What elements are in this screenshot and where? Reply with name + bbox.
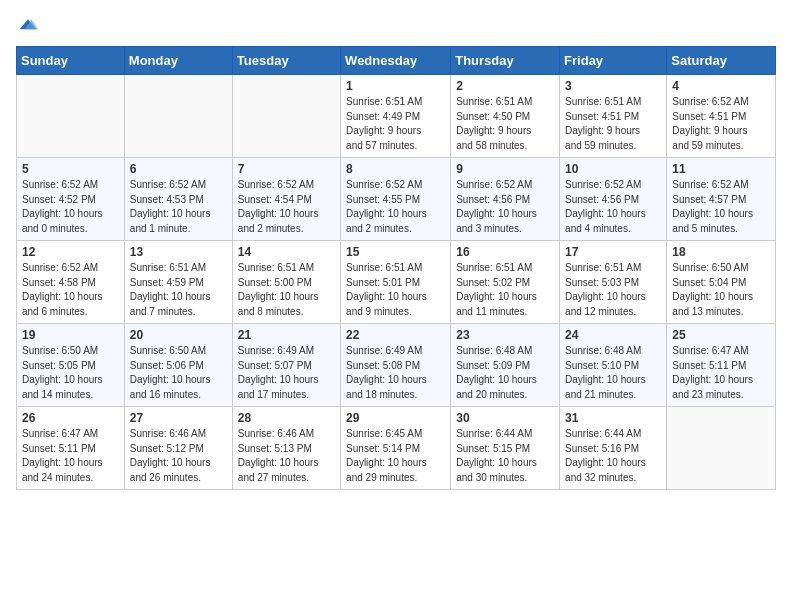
day-number: 26 <box>22 411 119 425</box>
day-info: Sunrise: 6:52 AM Sunset: 4:53 PM Dayligh… <box>130 178 227 236</box>
day-info: Sunrise: 6:51 AM Sunset: 4:59 PM Dayligh… <box>130 261 227 319</box>
calendar-cell: 28Sunrise: 6:46 AM Sunset: 5:13 PM Dayli… <box>232 407 340 490</box>
calendar-cell: 14Sunrise: 6:51 AM Sunset: 5:00 PM Dayli… <box>232 241 340 324</box>
day-info: Sunrise: 6:46 AM Sunset: 5:12 PM Dayligh… <box>130 427 227 485</box>
day-number: 25 <box>672 328 770 342</box>
day-number: 15 <box>346 245 445 259</box>
day-number: 18 <box>672 245 770 259</box>
day-info: Sunrise: 6:52 AM Sunset: 4:55 PM Dayligh… <box>346 178 445 236</box>
weekday-header-tuesday: Tuesday <box>232 47 340 75</box>
calendar-cell: 26Sunrise: 6:47 AM Sunset: 5:11 PM Dayli… <box>17 407 125 490</box>
day-number: 2 <box>456 79 554 93</box>
day-number: 24 <box>565 328 661 342</box>
day-info: Sunrise: 6:51 AM Sunset: 5:01 PM Dayligh… <box>346 261 445 319</box>
calendar-cell: 1Sunrise: 6:51 AM Sunset: 4:49 PM Daylig… <box>341 75 451 158</box>
day-number: 1 <box>346 79 445 93</box>
calendar-cell: 17Sunrise: 6:51 AM Sunset: 5:03 PM Dayli… <box>560 241 667 324</box>
day-info: Sunrise: 6:50 AM Sunset: 5:05 PM Dayligh… <box>22 344 119 402</box>
day-number: 22 <box>346 328 445 342</box>
calendar-cell: 23Sunrise: 6:48 AM Sunset: 5:09 PM Dayli… <box>451 324 560 407</box>
calendar-cell: 24Sunrise: 6:48 AM Sunset: 5:10 PM Dayli… <box>560 324 667 407</box>
day-number: 23 <box>456 328 554 342</box>
weekday-header-monday: Monday <box>124 47 232 75</box>
day-info: Sunrise: 6:49 AM Sunset: 5:07 PM Dayligh… <box>238 344 335 402</box>
calendar-cell: 20Sunrise: 6:50 AM Sunset: 5:06 PM Dayli… <box>124 324 232 407</box>
logo <box>16 16 38 36</box>
day-info: Sunrise: 6:52 AM Sunset: 4:58 PM Dayligh… <box>22 261 119 319</box>
day-info: Sunrise: 6:47 AM Sunset: 5:11 PM Dayligh… <box>22 427 119 485</box>
calendar-cell: 25Sunrise: 6:47 AM Sunset: 5:11 PM Dayli… <box>667 324 776 407</box>
calendar-table: SundayMondayTuesdayWednesdayThursdayFrid… <box>16 46 776 490</box>
day-number: 19 <box>22 328 119 342</box>
calendar-cell: 13Sunrise: 6:51 AM Sunset: 4:59 PM Dayli… <box>124 241 232 324</box>
day-number: 21 <box>238 328 335 342</box>
day-info: Sunrise: 6:52 AM Sunset: 4:57 PM Dayligh… <box>672 178 770 236</box>
day-number: 7 <box>238 162 335 176</box>
day-info: Sunrise: 6:52 AM Sunset: 4:56 PM Dayligh… <box>456 178 554 236</box>
day-info: Sunrise: 6:49 AM Sunset: 5:08 PM Dayligh… <box>346 344 445 402</box>
day-number: 3 <box>565 79 661 93</box>
calendar-cell: 22Sunrise: 6:49 AM Sunset: 5:08 PM Dayli… <box>341 324 451 407</box>
calendar-cell <box>17 75 125 158</box>
calendar-cell: 9Sunrise: 6:52 AM Sunset: 4:56 PM Daylig… <box>451 158 560 241</box>
day-info: Sunrise: 6:45 AM Sunset: 5:14 PM Dayligh… <box>346 427 445 485</box>
calendar-cell: 27Sunrise: 6:46 AM Sunset: 5:12 PM Dayli… <box>124 407 232 490</box>
weekday-header-sunday: Sunday <box>17 47 125 75</box>
weekday-header-wednesday: Wednesday <box>341 47 451 75</box>
day-number: 11 <box>672 162 770 176</box>
logo-icon <box>18 16 38 36</box>
day-number: 17 <box>565 245 661 259</box>
calendar-cell: 30Sunrise: 6:44 AM Sunset: 5:15 PM Dayli… <box>451 407 560 490</box>
page-header <box>16 16 776 36</box>
day-info: Sunrise: 6:51 AM Sunset: 5:03 PM Dayligh… <box>565 261 661 319</box>
day-number: 14 <box>238 245 335 259</box>
day-info: Sunrise: 6:44 AM Sunset: 5:15 PM Dayligh… <box>456 427 554 485</box>
day-info: Sunrise: 6:51 AM Sunset: 4:51 PM Dayligh… <box>565 95 661 153</box>
day-info: Sunrise: 6:52 AM Sunset: 4:51 PM Dayligh… <box>672 95 770 153</box>
calendar-cell: 15Sunrise: 6:51 AM Sunset: 5:01 PM Dayli… <box>341 241 451 324</box>
day-info: Sunrise: 6:48 AM Sunset: 5:09 PM Dayligh… <box>456 344 554 402</box>
day-info: Sunrise: 6:52 AM Sunset: 4:56 PM Dayligh… <box>565 178 661 236</box>
day-info: Sunrise: 6:47 AM Sunset: 5:11 PM Dayligh… <box>672 344 770 402</box>
calendar-cell: 2Sunrise: 6:51 AM Sunset: 4:50 PM Daylig… <box>451 75 560 158</box>
day-number: 29 <box>346 411 445 425</box>
calendar-cell: 5Sunrise: 6:52 AM Sunset: 4:52 PM Daylig… <box>17 158 125 241</box>
day-info: Sunrise: 6:46 AM Sunset: 5:13 PM Dayligh… <box>238 427 335 485</box>
calendar-week-4: 19Sunrise: 6:50 AM Sunset: 5:05 PM Dayli… <box>17 324 776 407</box>
day-number: 10 <box>565 162 661 176</box>
day-info: Sunrise: 6:51 AM Sunset: 5:00 PM Dayligh… <box>238 261 335 319</box>
calendar-week-1: 1Sunrise: 6:51 AM Sunset: 4:49 PM Daylig… <box>17 75 776 158</box>
calendar-week-3: 12Sunrise: 6:52 AM Sunset: 4:58 PM Dayli… <box>17 241 776 324</box>
day-number: 30 <box>456 411 554 425</box>
day-number: 8 <box>346 162 445 176</box>
calendar-cell: 18Sunrise: 6:50 AM Sunset: 5:04 PM Dayli… <box>667 241 776 324</box>
weekday-header-thursday: Thursday <box>451 47 560 75</box>
day-info: Sunrise: 6:51 AM Sunset: 5:02 PM Dayligh… <box>456 261 554 319</box>
day-number: 12 <box>22 245 119 259</box>
calendar-week-5: 26Sunrise: 6:47 AM Sunset: 5:11 PM Dayli… <box>17 407 776 490</box>
day-info: Sunrise: 6:52 AM Sunset: 4:54 PM Dayligh… <box>238 178 335 236</box>
day-info: Sunrise: 6:50 AM Sunset: 5:06 PM Dayligh… <box>130 344 227 402</box>
calendar-cell: 10Sunrise: 6:52 AM Sunset: 4:56 PM Dayli… <box>560 158 667 241</box>
weekday-header-saturday: Saturday <box>667 47 776 75</box>
day-number: 28 <box>238 411 335 425</box>
calendar-cell: 6Sunrise: 6:52 AM Sunset: 4:53 PM Daylig… <box>124 158 232 241</box>
calendar-cell <box>124 75 232 158</box>
day-number: 6 <box>130 162 227 176</box>
calendar-cell: 31Sunrise: 6:44 AM Sunset: 5:16 PM Dayli… <box>560 407 667 490</box>
calendar-cell: 21Sunrise: 6:49 AM Sunset: 5:07 PM Dayli… <box>232 324 340 407</box>
calendar-cell: 29Sunrise: 6:45 AM Sunset: 5:14 PM Dayli… <box>341 407 451 490</box>
calendar-cell: 16Sunrise: 6:51 AM Sunset: 5:02 PM Dayli… <box>451 241 560 324</box>
calendar-cell: 8Sunrise: 6:52 AM Sunset: 4:55 PM Daylig… <box>341 158 451 241</box>
day-info: Sunrise: 6:44 AM Sunset: 5:16 PM Dayligh… <box>565 427 661 485</box>
weekday-header-friday: Friday <box>560 47 667 75</box>
calendar-cell: 7Sunrise: 6:52 AM Sunset: 4:54 PM Daylig… <box>232 158 340 241</box>
calendar-cell: 12Sunrise: 6:52 AM Sunset: 4:58 PM Dayli… <box>17 241 125 324</box>
day-number: 16 <box>456 245 554 259</box>
day-number: 27 <box>130 411 227 425</box>
calendar-cell: 4Sunrise: 6:52 AM Sunset: 4:51 PM Daylig… <box>667 75 776 158</box>
day-number: 9 <box>456 162 554 176</box>
day-number: 31 <box>565 411 661 425</box>
day-number: 5 <box>22 162 119 176</box>
day-info: Sunrise: 6:51 AM Sunset: 4:50 PM Dayligh… <box>456 95 554 153</box>
